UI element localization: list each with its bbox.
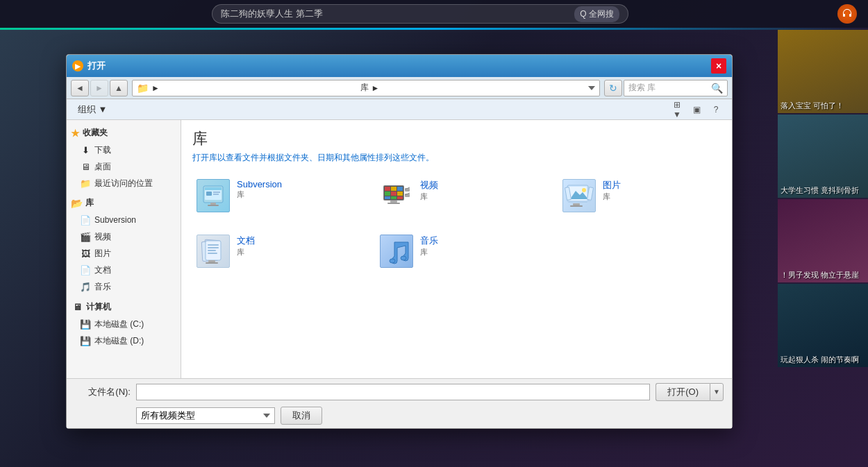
drive-c-icon: 💾: [79, 318, 92, 330]
thumbnail-1[interactable]: 落入宝宝 可怕了！: [778, 30, 868, 113]
open-btn-wrap: 打开(O) ▼: [656, 383, 724, 401]
document-type: 库: [237, 247, 255, 257]
content-title: 库: [192, 128, 721, 149]
svg-rect-2: [205, 187, 222, 190]
library-item-video[interactable]: 视频 库: [376, 175, 538, 216]
left-nav: ★ 收藏夹 ⬇ 下载 🖥 桌面 📁 最近访问的位置 📂: [67, 120, 181, 378]
music-nav-icon: 🎵: [79, 280, 92, 293]
dialog-backdrop: ▶ 打开 × ◄ ► ▲ 📁 ► 库 ► ↻ 搜索 库 🔍: [0, 30, 778, 467]
thumbnail-4[interactable]: 玩起狠人杀 闹的节奏啊: [778, 284, 868, 367]
desktop-icon: 🖥: [79, 160, 92, 173]
svg-rect-14: [391, 192, 397, 196]
nav-item-music-label: 音乐: [94, 281, 111, 293]
dialog-close-button[interactable]: ×: [711, 58, 726, 74]
thumb-text-2: 大学生习惯 竟抖到骨折: [781, 185, 859, 195]
library-item-document[interactable]: 文档 库: [192, 230, 355, 272]
dialog-footer: 文件名(N): 打开(O) ▼ 所有视频类型 所有文件 视频文件 取消: [67, 378, 732, 428]
up-button[interactable]: ▲: [110, 80, 128, 96]
svg-rect-10: [385, 187, 390, 191]
organize-bar: 组织 ▼ ⊞ ▼ ▣ ?: [67, 99, 732, 120]
nav-item-download[interactable]: ⬇ 下载: [67, 142, 181, 158]
thumb-text-4: 玩起狠人杀 闹的节奏啊: [781, 355, 859, 364]
view-btn-detail[interactable]: ▣: [687, 102, 706, 117]
svg-rect-41: [208, 260, 215, 262]
svg-rect-39: [208, 250, 216, 251]
thumbnail-2[interactable]: 大学生习惯 竟抖到骨折: [778, 114, 868, 198]
svg-rect-33: [570, 205, 583, 207]
open-button[interactable]: 打开(O): [656, 383, 710, 401]
nav-computer-header[interactable]: 🖥 计算机: [67, 298, 181, 316]
picture-nav-icon: 🖼: [79, 247, 92, 260]
filetype-select[interactable]: 所有视频类型 所有文件 视频文件: [136, 407, 275, 424]
computer-icon: 🖥: [71, 300, 83, 313]
search-text: 陈二狗的妖孽人生 第二季: [221, 8, 574, 20]
music-name: 音乐: [420, 235, 438, 247]
nav-item-drive-d[interactable]: 💾 本地磁盘 (D:): [67, 332, 181, 349]
svg-point-28: [582, 188, 586, 192]
nav-item-recent[interactable]: 📁 最近访问的位置: [67, 175, 181, 192]
video-name: 视频: [420, 179, 438, 192]
recent-icon: 📁: [79, 177, 92, 189]
svg-rect-5: [213, 194, 219, 195]
refresh-button[interactable]: ↻: [604, 80, 622, 96]
video-lib-info: 视频 库: [420, 179, 438, 202]
svg-rect-12: [397, 187, 403, 191]
main-content: 库 打开库以查看文件并根据文件夹、日期和其他属性排列这些文件。: [181, 120, 732, 378]
footer-row-filetype: 所有视频类型 所有文件 视频文件 取消: [75, 407, 724, 425]
dialog-toolbar: ◄ ► ▲ 📁 ► 库 ► ↻ 搜索 库 🔍: [67, 77, 732, 99]
svg-point-43: [390, 259, 395, 263]
back-button[interactable]: ◄: [71, 80, 89, 96]
svg-rect-6: [210, 203, 216, 205]
nav-item-desktop[interactable]: 🖥 桌面: [67, 158, 181, 175]
svg-rect-23: [390, 201, 397, 203]
library-item-music[interactable]: 音乐 库: [376, 230, 538, 272]
view-btn-help[interactable]: ?: [707, 102, 725, 117]
svg-rect-16: [385, 196, 390, 199]
nav-item-music[interactable]: 🎵 音乐: [67, 278, 181, 295]
computer-label: 计算机: [86, 301, 111, 313]
nav-item-picture-label: 图片: [94, 248, 111, 260]
favorites-star-icon: ★: [71, 128, 80, 139]
dialog-title: 打开: [87, 60, 711, 72]
picture-icon: [562, 179, 596, 212]
nav-item-document[interactable]: 📄 文档: [67, 262, 181, 278]
nav-item-drive-d-label: 本地磁盘 (D:): [94, 335, 144, 347]
nav-item-desktop-label: 桌面: [94, 161, 111, 173]
toolbar-search-icon: 🔍: [711, 83, 723, 94]
view-buttons: ⊞ ▼ ▣ ?: [668, 102, 725, 117]
svg-rect-38: [208, 247, 219, 248]
search-button[interactable]: Q 全网搜: [574, 6, 619, 22]
picture-type: 库: [603, 192, 621, 202]
library-item-subversion[interactable]: Subversion 库: [192, 175, 355, 216]
subversion-icon: [197, 179, 230, 212]
svg-rect-15: [397, 192, 403, 196]
nav-item-picture[interactable]: 🖼 图片: [67, 245, 181, 262]
svg-rect-24: [387, 203, 400, 204]
video-icon: [380, 179, 413, 212]
open-button-arrow[interactable]: ▼: [710, 383, 724, 401]
svg-rect-29: [567, 201, 591, 202]
nav-item-subversion-label: Subversion: [94, 215, 136, 225]
toolbar-search-placeholder: 搜索 库: [628, 82, 708, 94]
subversion-name: Subversion: [237, 179, 282, 189]
view-btn-grid[interactable]: ⊞ ▼: [668, 102, 686, 117]
nav-item-video[interactable]: 🎬 视频: [67, 228, 181, 245]
document-nav-icon: 📄: [79, 264, 92, 276]
library-item-picture[interactable]: 图片 库: [558, 175, 721, 216]
organize-button[interactable]: 组织 ▼: [74, 102, 111, 117]
svg-rect-42: [206, 262, 218, 264]
nav-item-drive-c[interactable]: 💾 本地磁盘 (C:): [67, 316, 181, 332]
filename-label: 文件名(N):: [75, 386, 131, 398]
library-label: 库: [85, 197, 94, 209]
library-folder-icon: 📂: [71, 198, 83, 209]
nav-library-header[interactable]: 📂 库: [67, 194, 181, 212]
cancel-button[interactable]: 取消: [281, 407, 322, 425]
dialog-body: ★ 收藏夹 ⬇ 下载 🖥 桌面 📁 最近访问的位置 📂: [67, 120, 732, 378]
nav-item-subversion[interactable]: 📄 Subversion: [67, 212, 181, 228]
thumbnail-3[interactable]: ！男子发现 物立于悬崖: [778, 199, 868, 282]
svg-point-44: [401, 256, 406, 260]
forward-button[interactable]: ►: [90, 80, 108, 96]
document-name: 文档: [237, 235, 255, 247]
nav-item-document-label: 文档: [94, 264, 111, 276]
filename-input[interactable]: [136, 384, 650, 400]
